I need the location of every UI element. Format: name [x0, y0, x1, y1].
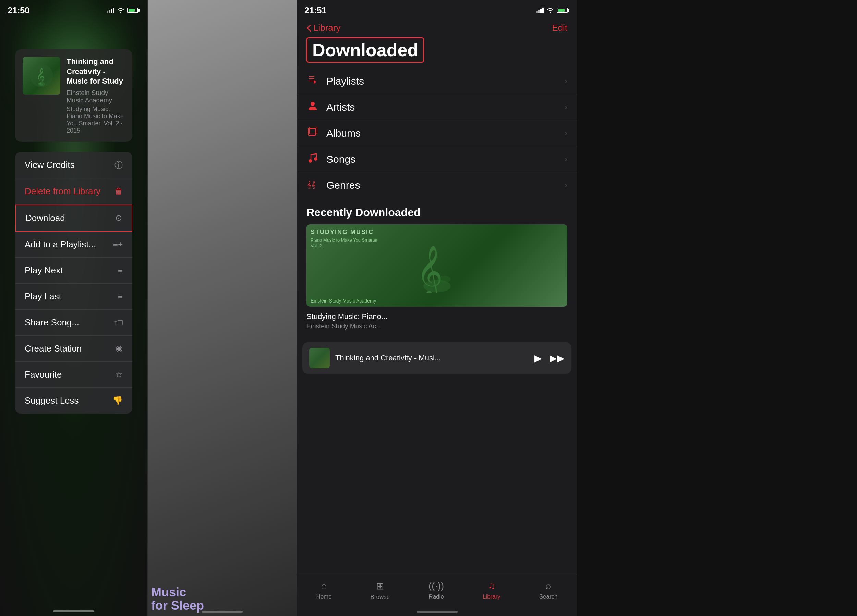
downloaded-album-info: Studying Music: Piano... Einstein Study …	[297, 312, 577, 335]
info-icon: ⓘ	[114, 160, 123, 171]
dl-album-artist: Einstein Study Music Ac...	[306, 323, 567, 330]
menu-item-download[interactable]: Download ⊙	[15, 205, 132, 232]
tab-browse-label-3: Browse	[371, 594, 390, 601]
play-button-3[interactable]: ▶	[534, 352, 542, 364]
library-icon-3: ♫	[488, 580, 495, 591]
downloaded-title: Downloaded	[306, 37, 424, 63]
tab-radio-3[interactable]: ((·)) Radio	[428, 580, 444, 601]
mini-card-title: Thinking and Creativity - Music for Stud…	[67, 57, 125, 86]
nav-bar-downloaded: Library Edit	[297, 19, 577, 36]
play-next-icon: ≡	[118, 266, 123, 275]
svg-point-33	[437, 276, 451, 283]
svg-text:𝄞𝄞: 𝄞𝄞	[307, 181, 316, 189]
np-controls-3: ▶ ▶▶	[534, 352, 565, 364]
dl-artists-label: Artists	[326, 102, 355, 113]
skip-button-3[interactable]: ▶▶	[549, 352, 565, 364]
menu-item-delete[interactable]: Delete from Library 🗑	[15, 179, 132, 205]
tab-browse-3[interactable]: ⊞ Browse	[371, 580, 390, 601]
home-indicator-2	[201, 611, 243, 613]
dl-genres-label: Genres	[326, 179, 360, 191]
trash-icon: 🗑	[114, 186, 123, 196]
download-icon: ⊙	[115, 213, 122, 223]
browse-icon-3: ⊞	[376, 580, 384, 592]
back-label: Library	[313, 23, 340, 33]
radio-icon-3: ((·))	[428, 580, 444, 591]
menu-item-share[interactable]: Share Song... ↑□	[15, 310, 132, 336]
tab-search-label-3: Search	[539, 593, 558, 600]
panel-downloaded: 21:51	[297, 0, 577, 616]
dl-genres-icon: 𝄞𝄞	[306, 179, 319, 191]
recently-downloaded-title: Recently Downloaded	[297, 198, 577, 224]
home-indicator-3-wrap	[297, 609, 577, 616]
svg-rect-2	[111, 9, 112, 13]
dl-item-genres[interactable]: 𝄞𝄞 Genres ›	[297, 172, 577, 198]
svg-rect-24	[542, 8, 544, 13]
dl-albums-icon	[306, 127, 319, 139]
edit-button-downloaded[interactable]: Edit	[552, 23, 567, 33]
back-button-downloaded[interactable]: Library	[306, 23, 340, 33]
dl-playlists-label: Playlists	[326, 76, 364, 87]
dl-item-songs[interactable]: Songs ›	[297, 146, 577, 172]
svg-point-28	[308, 159, 312, 163]
menu-item-create-station[interactable]: Create Station ◉	[15, 336, 132, 362]
tab-search-3[interactable]: ⌕ Search	[539, 580, 558, 601]
dl-item-artists[interactable]: Artists ›	[297, 94, 577, 120]
tab-home-label-3: Home	[316, 593, 331, 600]
menu-item-play-last[interactable]: Play Last ≡	[15, 284, 132, 310]
menu-suggest-less-label: Suggest Less	[25, 395, 79, 406]
suggest-less-icon: 👎	[113, 396, 123, 405]
dl-playlists-icon	[306, 75, 319, 87]
dl-songs-chevron: ›	[565, 155, 567, 164]
tab-library-3[interactable]: ♫ Library	[483, 580, 501, 601]
chevron-left-icon	[306, 24, 311, 32]
tab-bar-3: ⌂ Home ⊞ Browse ((·)) Radio ♫ Library ⌕ …	[297, 574, 577, 609]
home-icon-3: ⌂	[321, 580, 327, 591]
battery-icon-3	[557, 8, 569, 13]
dl-playlists-chevron: ›	[565, 77, 567, 86]
star-icon: ☆	[115, 370, 123, 379]
dl-album-title: Studying Music: Piano...	[306, 312, 567, 321]
svg-rect-21	[536, 11, 537, 13]
menu-create-station-label: Create Station	[25, 343, 82, 354]
menu-item-favourite[interactable]: Favourite ☆	[15, 362, 132, 388]
tab-library-label-3: Library	[483, 593, 501, 600]
wifi-icon	[117, 8, 124, 13]
signal-icon-3	[536, 8, 544, 13]
svg-rect-23	[540, 9, 541, 13]
dl-item-playlists[interactable]: Playlists ›	[297, 68, 577, 94]
dl-artists-icon	[306, 101, 319, 113]
mini-card: 𝄞 Thinking and Creativity - Music for St…	[15, 49, 132, 142]
menu-download-label: Download	[25, 213, 65, 223]
dl-item-albums[interactable]: Albums ›	[297, 120, 577, 146]
menu-add-playlist-label: Add to a Playlist...	[25, 239, 96, 250]
np-title-3: Thinking and Creativity - Musi...	[335, 354, 529, 363]
mini-card-artist: Einstein Study Music Academy	[67, 89, 125, 104]
menu-play-last-label: Play Last	[25, 291, 61, 302]
mini-album-art: 𝄞	[23, 57, 60, 94]
svg-rect-22	[538, 10, 540, 13]
status-icons-1	[107, 8, 140, 13]
search-icon-3: ⌕	[545, 580, 551, 591]
panel-library: 21:50 Edit Lib	[147, 0, 297, 616]
tab-home-3[interactable]: ⌂ Home	[316, 580, 331, 601]
album-card-sleep[interactable]: Musicfor Sleep Music For Sleep	[224, 272, 284, 343]
now-playing-bar-3[interactable]: Thinking and Creativity - Musi... ▶ ▶▶	[302, 342, 571, 374]
home-indicator-3	[416, 611, 458, 613]
svg-rect-3	[113, 8, 114, 13]
menu-item-play-next[interactable]: Play Next ≡	[15, 258, 132, 284]
tab-radio-label-3: Radio	[428, 593, 444, 600]
status-bar-3: 21:51	[297, 0, 577, 19]
svg-rect-1	[109, 10, 110, 13]
downloaded-album-cover[interactable]: STUDYING MUSIC Piano Music to Make You S…	[306, 224, 567, 307]
dl-albums-label: Albums	[326, 127, 360, 139]
np-art-3	[309, 348, 330, 368]
menu-item-suggest-less[interactable]: Suggest Less 👎	[15, 388, 132, 414]
downloaded-header: Downloaded	[297, 36, 577, 68]
status-bar-1: 21:50	[0, 0, 147, 19]
panel-context-menu: 21:50	[0, 0, 147, 616]
menu-item-view-credits[interactable]: View Credits ⓘ	[15, 152, 132, 179]
menu-favourite-label: Favourite	[25, 369, 62, 380]
time-1: 21:50	[8, 5, 29, 16]
menu-item-add-playlist[interactable]: Add to a Playlist... ≡+	[15, 232, 132, 258]
time-3: 21:51	[305, 5, 326, 16]
